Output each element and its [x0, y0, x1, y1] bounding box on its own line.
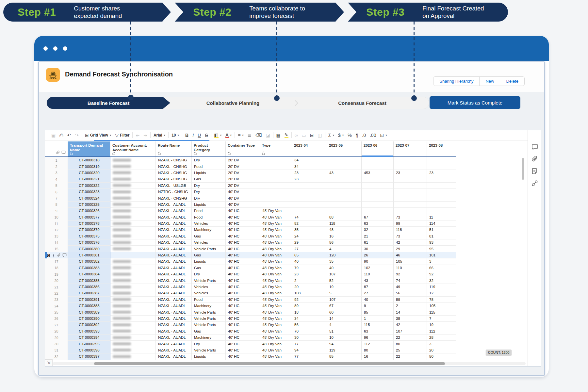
cell-m5-row-19[interactable]: 92	[427, 271, 456, 277]
cell-category-row-16[interactable]: Gas	[192, 252, 226, 258]
cell-m3-row-18[interactable]: 102	[362, 265, 394, 271]
cell-m4-row-20[interactable]: 74	[394, 277, 427, 284]
cell-route-row-4[interactable]: NZAKL - CNSHG	[156, 176, 192, 182]
cell-name-row-13[interactable]: CT-0000375	[68, 233, 110, 239]
cell-category-row-1[interactable]: Dry	[192, 157, 226, 163]
cell-category-row-10[interactable]: Food	[192, 214, 226, 220]
cell-m5-row-2[interactable]	[427, 163, 456, 170]
row-header-17[interactable]: 17	[45, 258, 68, 265]
cell-customer-row-12[interactable]	[110, 227, 156, 233]
cell-type-row-16[interactable]: 48' Dry Van	[260, 252, 292, 258]
cell-m1-row-8[interactable]	[292, 202, 327, 208]
clear-format-icon[interactable]: ⌫	[255, 133, 262, 138]
paperclip-icon[interactable]	[531, 155, 538, 163]
cell-route-row-22[interactable]: NZAKL - AUADL	[156, 290, 192, 296]
cell-m1-row-24[interactable]: 89	[292, 303, 327, 309]
cell-type-row-7[interactable]	[260, 195, 292, 201]
cell-type-row-20[interactable]: 48' Dry Van	[260, 277, 292, 284]
cell-m4-row-6[interactable]	[394, 189, 427, 195]
cell-m3-row-8[interactable]	[362, 202, 394, 208]
cell-m5-row-15[interactable]: 95	[427, 246, 456, 252]
cell-m3-row-17[interactable]: 90	[362, 258, 394, 265]
row-header-28[interactable]: 28	[45, 328, 68, 335]
strikethrough-icon[interactable]: S	[205, 133, 208, 138]
cell-type-row-15[interactable]: 48' Dry Van	[260, 246, 292, 252]
row-header-30[interactable]: 30	[45, 341, 68, 347]
cell-m3-row-20[interactable]: 43	[362, 277, 394, 284]
cell-m3-row-26[interactable]: 1	[362, 316, 394, 322]
column-header-m2[interactable]: 2023-05	[327, 141, 362, 156]
cell-type-row-1[interactable]	[260, 157, 292, 163]
column-header-type[interactable]: Type	[260, 141, 292, 156]
cell-type-row-23[interactable]: 48' Dry Van	[260, 297, 292, 303]
cell-route-row-1[interactable]: NZAKL - CNSHG	[156, 157, 192, 163]
row-header-16[interactable]: 16⋮	[45, 252, 68, 258]
row-header-20[interactable]: 20	[45, 277, 68, 284]
cell-m2-row-13[interactable]: 16	[327, 233, 362, 239]
cell-route-row-14[interactable]: NZAKL - AUADL	[156, 239, 192, 246]
cell-m2-row-17[interactable]: 35	[327, 258, 362, 265]
column-header-m5[interactable]: 2023-08	[427, 141, 456, 156]
cell-customer-row-15[interactable]	[110, 246, 156, 252]
cell-m2-row-6[interactable]	[327, 189, 362, 195]
font-size-select[interactable]: 10▾	[172, 133, 179, 137]
cell-container-row-3[interactable]: 20' DV	[226, 170, 260, 176]
cell-name-row-28[interactable]: CT-0000393	[68, 328, 110, 335]
cell-category-row-11[interactable]: Vehicles	[192, 220, 226, 227]
cell-m2-row-8[interactable]	[327, 202, 362, 208]
cell-category-row-31[interactable]: Vehicle Parts	[192, 347, 226, 353]
cell-container-row-1[interactable]: 20' DV	[226, 157, 260, 163]
cell-m3-row-32[interactable]: 16	[362, 353, 394, 360]
cell-container-row-29[interactable]: 40' HC	[226, 335, 260, 341]
cell-m5-row-24[interactable]: 105	[427, 303, 456, 309]
cell-type-row-11[interactable]: 48' Dry Van	[260, 220, 292, 227]
cell-category-row-25[interactable]: Vehicle Parts	[192, 309, 226, 315]
cell-m1-row-23[interactable]: 92	[292, 297, 327, 303]
cell-container-row-14[interactable]: 40' HC	[226, 239, 260, 246]
cell-m1-row-32[interactable]: 77	[292, 353, 327, 360]
cell-category-row-23[interactable]: Food	[192, 297, 226, 303]
sharing-hierarchy-button[interactable]: Sharing Hierarchy	[433, 77, 480, 86]
cell-m1-row-14[interactable]: 29	[292, 239, 327, 246]
cell-type-row-24[interactable]: 48' Dry Van	[260, 303, 292, 309]
cell-m4-row-27[interactable]: 42	[394, 322, 427, 328]
column-header-m3[interactable]: 2023-06	[362, 141, 394, 156]
row-header-13[interactable]: 13	[45, 233, 68, 239]
cell-m1-row-13[interactable]: 24	[292, 233, 327, 239]
cell-m1-row-4[interactable]: 23	[292, 176, 327, 182]
cell-m4-row-21[interactable]: 49	[394, 284, 427, 290]
cell-route-row-12[interactable]: NZAKL - AUADL	[156, 227, 192, 233]
cell-m5-row-29[interactable]: 28	[427, 335, 456, 341]
cell-m5-row-23[interactable]: 78	[427, 297, 456, 303]
row-header-31[interactable]: 31	[45, 347, 68, 353]
cell-m3-row-5[interactable]	[362, 183, 394, 189]
cell-name-row-7[interactable]: CT-0000324	[68, 195, 110, 201]
align-icon[interactable]: ≡▾	[238, 133, 244, 138]
cell-customer-row-23[interactable]	[110, 297, 156, 303]
cell-m2-row-28[interactable]: 51	[327, 328, 362, 335]
cell-name-row-23[interactable]: CT-0000391	[68, 297, 110, 303]
cell-type-row-8[interactable]	[260, 202, 292, 208]
cell-container-row-27[interactable]: 40' HC	[226, 322, 260, 328]
cell-m4-row-23[interactable]: 89	[394, 297, 427, 303]
cell-m1-row-30[interactable]: 77	[292, 341, 327, 347]
cell-m1-row-22[interactable]: 108	[292, 290, 327, 296]
font-family-select[interactable]: Arial▾	[154, 133, 165, 137]
cell-container-row-19[interactable]: 40' HC	[226, 271, 260, 277]
cell-m1-row-11[interactable]: 82	[292, 220, 327, 227]
cell-type-row-4[interactable]	[260, 176, 292, 182]
cell-m1-row-3[interactable]: 23	[292, 170, 327, 176]
cell-m5-row-5[interactable]	[427, 183, 456, 189]
cell-m4-row-10[interactable]: 73	[394, 214, 427, 220]
cell-type-row-29[interactable]: 48' Dry Van	[260, 335, 292, 341]
cell-customer-row-25[interactable]	[110, 309, 156, 315]
row-header-23[interactable]: 23	[45, 297, 68, 303]
cell-type-row-26[interactable]: 48' Dry Van	[260, 316, 292, 322]
row-header-2[interactable]: 2	[45, 163, 68, 170]
cell-category-row-8[interactable]: Liquids	[192, 202, 226, 208]
cell-name-row-10[interactable]: CT-0000377	[68, 214, 110, 220]
row-header-6[interactable]: 6	[45, 189, 68, 195]
cell-m2-row-27[interactable]: 4	[327, 322, 362, 328]
cell-route-row-21[interactable]: NZAKL - AUADL	[156, 284, 192, 290]
cell-m5-row-9[interactable]	[427, 208, 456, 214]
